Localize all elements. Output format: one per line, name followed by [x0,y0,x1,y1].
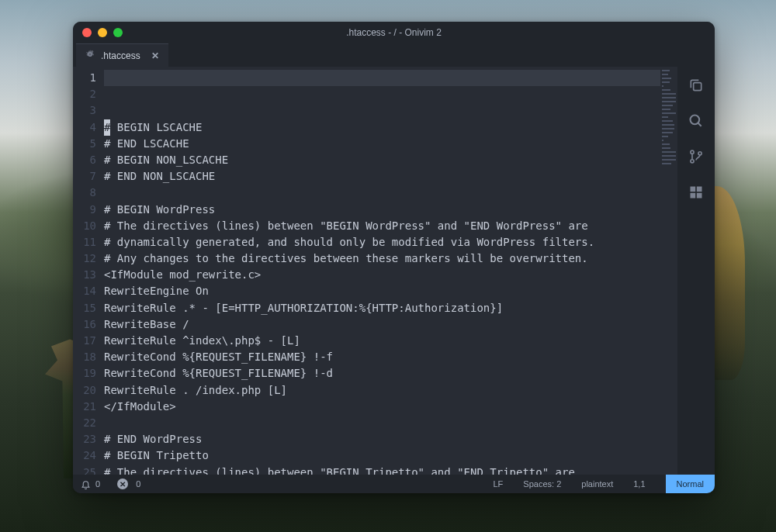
code-line: RewriteCond %{REQUEST_FILENAME} !-f [104,349,660,365]
code-line [104,415,660,431]
language-indicator[interactable]: plaintext [581,479,613,489]
line-number: 18 [73,349,96,365]
code-line: RewriteRule .* - [E=HTTP_AUTHORIZATION:%… [104,300,660,316]
svg-rect-8 [691,193,696,199]
line-number: 19 [73,365,96,382]
code-line: # Any changes to the directives between … [104,250,660,267]
titlebar[interactable]: .htaccess - / - Onivim 2 [73,22,715,43]
search-icon[interactable] [688,113,704,129]
code-line: # END LSCACHE [104,136,660,152]
tab-htaccess[interactable]: .htaccess ✕ [76,43,168,67]
code-line: </IfModule> [104,399,660,415]
code-line: RewriteCond %{REQUEST_FILENAME} !-d [104,365,660,382]
error-count: 0 [136,479,140,489]
main-area: 1234567891011121314151617181920212223242… [73,67,715,475]
gear-icon [85,50,95,61]
code-line: # BEGIN WordPress [104,202,660,218]
code-line: RewriteEngine On [104,283,660,299]
close-window-button[interactable] [82,28,92,37]
line-number: 8 [73,185,96,201]
line-number: 5 [73,136,96,152]
line-number: 14 [73,283,96,299]
svg-rect-6 [691,187,696,192]
window-controls [82,28,123,37]
svg-rect-7 [697,187,702,192]
code-line: # BEGIN NON_LSCACHE [104,152,660,168]
code-line: RewriteRule . /index.php [L] [104,382,660,399]
line-number: 6 [73,152,96,168]
vim-mode-indicator: Normal [666,475,715,493]
tab-close-icon[interactable]: ✕ [151,50,159,61]
line-number: 9 [73,202,96,218]
svg-point-3 [691,150,694,154]
code-line: # END NON_LSCACHE [104,168,660,185]
code-line: # The directives (lines) between "BEGIN … [104,218,660,234]
svg-rect-9 [697,193,702,199]
editor-area: 1234567891011121314151617181920212223242… [73,67,677,475]
line-number: 15 [73,300,96,316]
bell-icon[interactable] [81,479,91,489]
line-number: 24 [73,447,96,464]
statusbar: 0 ✕ 0 LF Spaces: 2 plaintext 1,1 Normal [73,475,715,493]
line-number: 12 [73,250,96,267]
svg-point-1 [691,116,700,125]
line-number: 25 [73,465,96,475]
line-number: 2 [73,86,96,102]
window-title: .htaccess - / - Onivim 2 [73,27,715,38]
grid-icon[interactable] [688,185,704,200]
git-branch-icon[interactable] [688,149,704,164]
svg-point-5 [698,152,702,155]
code-line [104,185,660,201]
code-line: # dynamically generated, and should only… [104,234,660,250]
cursor-position[interactable]: 1,1 [633,479,645,489]
line-number: 21 [73,399,96,415]
line-number: 3 [73,102,96,119]
code-line: # The directives (lines) between "BEGIN … [104,465,660,475]
code-line: # BEGIN Tripetto [104,447,660,464]
error-icon[interactable]: ✕ [117,478,131,489]
line-number: 1 [73,70,96,86]
line-number-gutter: 1234567891011121314151617181920212223242… [73,67,104,475]
svg-point-4 [691,160,694,163]
code-line: # END WordPress [104,431,660,447]
line-number: 22 [73,415,96,431]
svg-rect-0 [694,83,702,91]
code-editor[interactable]: # BEGIN LSCACHE# END LSCACHE# BEGIN NON_… [104,67,660,475]
code-line: <IfModule mod_rewrite.c> [104,267,660,283]
current-line-highlight [104,70,660,86]
app-window: .htaccess - / - Onivim 2 .htaccess ✕ 123… [73,22,715,493]
tab-label: .htaccess [101,50,140,61]
line-number: 17 [73,333,96,349]
eol-indicator[interactable]: LF [494,479,504,489]
line-number: 23 [73,431,96,447]
line-number: 13 [73,267,96,283]
line-number: 10 [73,218,96,234]
notification-count: 0 [95,479,100,489]
copy-icon[interactable] [688,78,704,93]
tab-bar: .htaccess ✕ [73,43,715,67]
code-line: RewriteBase / [104,316,660,333]
activity-bar [677,67,715,475]
line-number: 4 [73,119,96,136]
minimap[interactable] [660,67,677,475]
line-number: 7 [73,168,96,185]
line-number: 16 [73,316,96,333]
svg-line-2 [698,123,702,126]
line-number: 11 [73,234,96,250]
line-number: 20 [73,382,96,399]
indent-indicator[interactable]: Spaces: 2 [523,479,561,489]
code-line: # BEGIN LSCACHE [104,119,660,136]
maximize-window-button[interactable] [113,28,123,37]
minimize-window-button[interactable] [98,28,107,37]
code-line: RewriteRule ^index\.php$ - [L] [104,333,660,349]
